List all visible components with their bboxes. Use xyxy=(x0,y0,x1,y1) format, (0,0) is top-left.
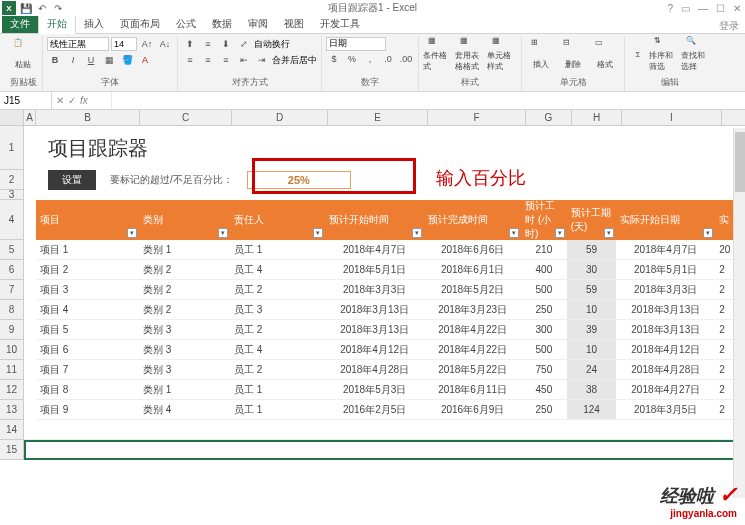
table-row[interactable]: 项目 6类别 3员工 42018年4月12日2018年4月22日50010201… xyxy=(36,340,745,360)
row-header[interactable]: 11 xyxy=(0,360,24,380)
save-icon[interactable]: 💾 xyxy=(20,2,32,14)
increase-font-icon[interactable]: A↑ xyxy=(139,36,155,52)
cell-project[interactable]: 项目 8 xyxy=(36,380,139,399)
autosum-button[interactable]: Σ xyxy=(629,36,647,72)
signin-link[interactable]: 登录 xyxy=(719,19,739,33)
col-b[interactable]: B xyxy=(36,110,140,125)
hdr-act-start[interactable]: 实际开始日期▾ xyxy=(616,200,715,240)
minimize-icon[interactable]: — xyxy=(698,3,708,14)
conditional-format-button[interactable]: ▦条件格式 xyxy=(423,36,453,72)
cell-hours[interactable]: 400 xyxy=(521,260,567,279)
align-middle-icon[interactable]: ≡ xyxy=(200,36,216,52)
row-2[interactable]: 2 xyxy=(0,170,24,190)
cell-act-start[interactable]: 2018年3月13日 xyxy=(616,320,715,339)
indent-dec-icon[interactable]: ⇤ xyxy=(236,52,252,68)
cell-hours[interactable]: 210 xyxy=(521,240,567,259)
cell-owner[interactable]: 员工 2 xyxy=(230,360,325,379)
cell-category[interactable]: 类别 2 xyxy=(139,300,230,319)
row-header[interactable]: 14 xyxy=(0,420,24,440)
align-bottom-icon[interactable]: ⬇ xyxy=(218,36,234,52)
col-g[interactable]: G xyxy=(526,110,572,125)
align-center-icon[interactable]: ≡ xyxy=(200,52,216,68)
cell-category[interactable]: 类别 2 xyxy=(139,280,230,299)
cell-est-end[interactable]: 2018年5月22日 xyxy=(424,360,521,379)
cell-project[interactable]: 项目 5 xyxy=(36,320,139,339)
cell-project[interactable]: 项目 6 xyxy=(36,340,139,359)
table-row[interactable]: 项目 4类别 2员工 32018年3月13日2018年3月23日25010201… xyxy=(36,300,745,320)
hdr-est-days[interactable]: 预计工期 (天)▾ xyxy=(567,200,617,240)
indent-inc-icon[interactable]: ⇥ xyxy=(254,52,270,68)
settings-button[interactable]: 设置 xyxy=(48,170,96,190)
cell-act-start[interactable]: 2018年3月5日 xyxy=(616,400,715,419)
insert-cells-button[interactable]: ⊞插入 xyxy=(526,36,556,72)
table-row[interactable]: 项目 8类别 1员工 12018年5月3日2018年6月11日450382018… xyxy=(36,380,745,400)
cell-est-start[interactable]: 2018年3月13日 xyxy=(325,320,424,339)
currency-icon[interactable]: $ xyxy=(326,51,342,67)
cell-days[interactable]: 30 xyxy=(567,260,617,279)
comma-icon[interactable]: , xyxy=(362,51,378,67)
cell-est-start[interactable]: 2018年4月28日 xyxy=(325,360,424,379)
cell-category[interactable]: 类别 3 xyxy=(139,320,230,339)
cell-est-start[interactable]: 2018年4月7日 xyxy=(325,240,424,259)
tab-home[interactable]: 开始 xyxy=(38,14,76,34)
table-row[interactable]: 项目 1类别 1员工 12018年4月7日2018年6月6日210592018年… xyxy=(36,240,745,260)
row-1[interactable]: 1 xyxy=(0,126,24,170)
cell-owner[interactable]: 员工 2 xyxy=(230,320,325,339)
border-icon[interactable]: ▦ xyxy=(101,52,117,68)
cell-category[interactable]: 类别 4 xyxy=(139,400,230,419)
row-header[interactable]: 12 xyxy=(0,380,24,400)
cell-hours[interactable]: 250 xyxy=(521,400,567,419)
cancel-icon[interactable]: ✕ xyxy=(56,95,64,106)
cell-hours[interactable]: 250 xyxy=(521,300,567,319)
bold-button[interactable]: B xyxy=(47,52,63,68)
cell-est-end[interactable]: 2018年3月23日 xyxy=(424,300,521,319)
row-header[interactable]: 9 xyxy=(0,320,24,340)
merge-button[interactable]: 合并后居中 xyxy=(272,54,317,67)
number-format-select[interactable] xyxy=(326,37,386,51)
enter-icon[interactable]: ✓ xyxy=(68,95,76,106)
cell-est-end[interactable]: 2018年6月11日 xyxy=(424,380,521,399)
underline-button[interactable]: U xyxy=(83,52,99,68)
align-left-icon[interactable]: ≡ xyxy=(182,52,198,68)
cell-est-start[interactable]: 2018年3月3日 xyxy=(325,280,424,299)
hdr-owner[interactable]: 责任人▾ xyxy=(230,200,325,240)
row-header[interactable]: 10 xyxy=(0,340,24,360)
font-name-select[interactable] xyxy=(47,37,109,51)
format-cells-button[interactable]: ▭格式 xyxy=(590,36,620,72)
cell-owner[interactable]: 员工 4 xyxy=(230,260,325,279)
cell-days[interactable]: 39 xyxy=(567,320,617,339)
hdr-category[interactable]: 类别▾ xyxy=(139,200,230,240)
cell-owner[interactable]: 员工 4 xyxy=(230,340,325,359)
select-all-corner[interactable] xyxy=(0,110,24,125)
cell-days[interactable]: 59 xyxy=(567,280,617,299)
cell-hours[interactable]: 500 xyxy=(521,340,567,359)
cell-est-start[interactable]: 2018年5月3日 xyxy=(325,380,424,399)
tab-data[interactable]: 数据 xyxy=(204,15,240,33)
row-header[interactable]: 8 xyxy=(0,300,24,320)
cell-est-end[interactable]: 2018年4月22日 xyxy=(424,340,521,359)
row-header[interactable]: 13 xyxy=(0,400,24,420)
cell-owner[interactable]: 员工 3 xyxy=(230,300,325,319)
col-f[interactable]: F xyxy=(428,110,526,125)
cell-est-end[interactable]: 2018年6月1日 xyxy=(424,260,521,279)
wrap-text-button[interactable]: 自动换行 xyxy=(254,38,290,51)
filter-icon[interactable]: ▾ xyxy=(127,228,137,238)
row-4[interactable]: 4 xyxy=(0,200,24,240)
paste-button[interactable]: 📋 粘贴 xyxy=(8,36,38,72)
font-color-icon[interactable]: A xyxy=(137,52,153,68)
cell-act-start[interactable]: 2018年4月7日 xyxy=(616,240,715,259)
tab-developer[interactable]: 开发工具 xyxy=(312,15,368,33)
increase-decimal-icon[interactable]: .0 xyxy=(380,51,396,67)
maximize-icon[interactable]: ☐ xyxy=(716,3,725,14)
cell-days[interactable]: 10 xyxy=(567,340,617,359)
cell-category[interactable]: 类别 1 xyxy=(139,380,230,399)
font-size-select[interactable] xyxy=(111,37,137,51)
scrollbar-thumb[interactable] xyxy=(735,132,745,192)
cell-category[interactable]: 类别 3 xyxy=(139,360,230,379)
decrease-decimal-icon[interactable]: .00 xyxy=(398,51,414,67)
help-icon[interactable]: ? xyxy=(667,3,673,14)
filter-icon[interactable]: ▾ xyxy=(703,228,713,238)
row-header[interactable]: 5 xyxy=(0,240,24,260)
name-box[interactable]: J15 xyxy=(0,92,52,109)
tab-insert[interactable]: 插入 xyxy=(76,15,112,33)
